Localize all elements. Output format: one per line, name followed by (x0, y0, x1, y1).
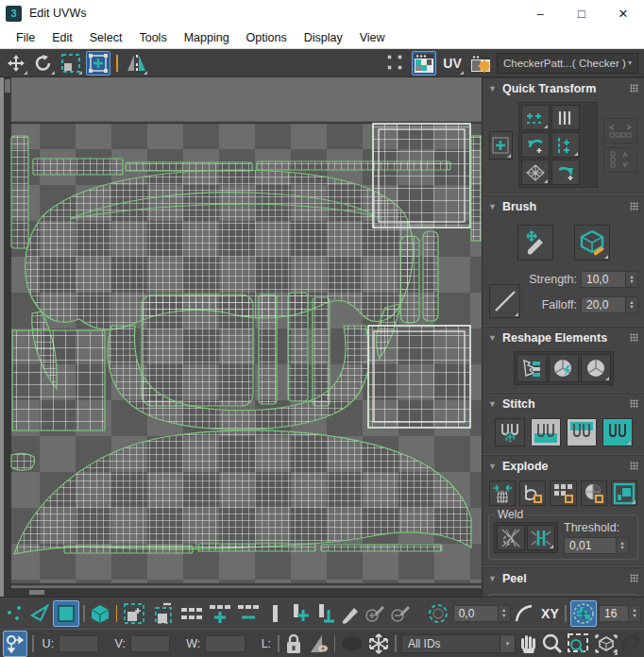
uv-channel-button[interactable]: UV (440, 51, 465, 76)
spinner-arrows[interactable]: ▲▼ (629, 605, 641, 622)
zoom-button[interactable] (541, 632, 564, 656)
strength-value[interactable]: 10,0 (581, 271, 626, 288)
uv-island[interactable] (198, 544, 315, 551)
filter-selected-faces-button[interactable] (340, 632, 364, 656)
menu-view[interactable]: View (351, 26, 394, 48)
vertical-scrollbar[interactable] (4, 77, 11, 597)
stitch-source-button[interactable] (531, 418, 561, 446)
select-element-on-button[interactable] (121, 600, 147, 627)
soft-selection-spinner[interactable]: 0,0 ▲▼ (453, 605, 511, 622)
brush-header[interactable]: ▼ Brush (483, 196, 644, 216)
break-button[interactable] (489, 480, 516, 506)
panel-grip-icon[interactable] (630, 84, 638, 93)
weld-selected-button[interactable] (527, 525, 555, 550)
absolute-mode-button[interactable] (3, 631, 27, 657)
spinner-arrows[interactable]: ▲▼ (499, 605, 511, 622)
stitch-target-button[interactable] (567, 418, 597, 446)
rotate-ccw-button[interactable] (521, 132, 550, 158)
peel-header[interactable]: ▼ Peel (483, 568, 644, 588)
show-map-button[interactable] (412, 51, 436, 76)
quick-transform-gizmo-button[interactable] (489, 131, 513, 160)
align-horizontal-button[interactable] (521, 105, 550, 130)
polygon-mode-button[interactable] (53, 600, 79, 627)
stitch-selected-button[interactable] (602, 418, 633, 446)
panel-grip-icon[interactable] (630, 462, 638, 470)
flatten-by-material-button[interactable] (581, 480, 607, 506)
minimize-button[interactable]: – (519, 0, 561, 26)
uv-island[interactable] (142, 295, 253, 406)
panel-grip-icon[interactable] (630, 574, 638, 582)
material-id-dropdown[interactable]: All IDs ▾ (401, 634, 516, 653)
grid-size-value[interactable]: 16 (599, 605, 629, 622)
close-button[interactable]: ✕ (602, 0, 644, 26)
freeze-selected-button[interactable] (367, 632, 390, 656)
element-mode-button[interactable] (89, 601, 111, 626)
space-horizontal-button[interactable] (603, 118, 637, 143)
relax-button[interactable] (581, 354, 611, 382)
vertex-mode-button[interactable] (3, 601, 25, 626)
menu-options[interactable]: Options (238, 26, 296, 48)
uv-island[interactable] (33, 159, 123, 175)
uv-island[interactable] (12, 330, 105, 430)
flatten-by-group-button[interactable] (550, 480, 576, 506)
uv-island[interactable] (288, 293, 308, 401)
soft-selection-value[interactable]: 0,0 (453, 605, 499, 622)
falloff-space-label[interactable]: XY (541, 606, 559, 621)
target-weld-button[interactable] (497, 525, 525, 550)
relax-brush-button[interactable] (574, 225, 610, 261)
shrink-paint-button[interactable] (389, 601, 412, 626)
vertical-scrollbar-thumb[interactable] (5, 79, 10, 93)
soft-selection-button[interactable] (424, 600, 450, 627)
uv-island[interactable] (64, 546, 193, 553)
grid-size-spinner[interactable]: 16 ▲▼ (599, 605, 641, 622)
rotate-cw-button[interactable] (551, 160, 580, 185)
collapse-arrow-icon[interactable]: ▼ (488, 333, 497, 343)
spinner-arrows[interactable]: ▲▼ (617, 537, 629, 554)
menu-display[interactable]: Display (296, 26, 351, 48)
u-input[interactable] (59, 635, 98, 652)
panel-grip-icon[interactable] (630, 202, 638, 211)
select-loop-button[interactable] (178, 600, 205, 627)
collapse-arrow-icon[interactable]: ▼ (488, 462, 497, 471)
uv-island[interactable] (259, 295, 277, 404)
falloff-value[interactable]: 20,0 (581, 296, 626, 313)
freeform-mode-button[interactable] (86, 51, 110, 76)
shrink-ring-button[interactable] (314, 601, 336, 626)
map-options-button[interactable] (468, 51, 493, 76)
move-brush-button[interactable] (517, 225, 553, 261)
zoom-to-gizmo-button[interactable] (621, 632, 641, 656)
mirror-button[interactable] (124, 51, 148, 76)
horizontal-scrollbar[interactable] (11, 588, 482, 597)
spinner-arrows[interactable]: ▲▼ (626, 296, 638, 313)
threshold-spinner[interactable]: 0,01 ▲▼ (564, 537, 633, 554)
maximize-button[interactable]: □ (561, 0, 602, 26)
paint-select-button[interactable] (339, 601, 362, 626)
uv-island[interactable] (423, 231, 438, 321)
falloff-curve-button[interactable] (513, 601, 535, 626)
spinner-arrows[interactable]: ▲▼ (626, 271, 638, 288)
threshold-value[interactable]: 0,01 (564, 537, 617, 554)
detach-edge-verts-button[interactable] (519, 480, 546, 506)
select-ring-button[interactable] (263, 601, 286, 626)
select-element-off-button[interactable] (150, 600, 177, 627)
menu-select[interactable]: Select (81, 26, 131, 48)
stitch-header[interactable]: ▼ Stitch (483, 394, 644, 413)
grow-paint-button[interactable] (364, 601, 386, 626)
collapse-arrow-icon[interactable]: ▼ (488, 574, 497, 583)
uv-island[interactable] (400, 236, 419, 323)
uv-canvas[interactable] (4, 77, 482, 597)
move-button[interactable] (4, 51, 28, 76)
explode-header[interactable]: ▼ Explode (483, 456, 644, 476)
tile-bitmap-button[interactable] (383, 51, 408, 76)
uv-island[interactable] (471, 136, 482, 241)
texture-selector-dropdown[interactable]: CheckerPatt...( Checker ) ▾ (497, 53, 638, 74)
uv-island[interactable] (373, 124, 470, 227)
zoom-extents-button[interactable] (594, 632, 619, 656)
flatten-custom-button[interactable] (611, 480, 637, 506)
uv-island[interactable] (11, 453, 35, 470)
reshape-header[interactable]: ▼ Reshape Elements (483, 328, 644, 347)
collapse-arrow-icon[interactable]: ▼ (488, 202, 497, 211)
strength-spinner[interactable]: 10,0 ▲▼ (581, 271, 638, 288)
falloff-spinner[interactable]: 20,0 ▲▼ (581, 296, 638, 313)
align-vertical-button[interactable] (551, 132, 580, 158)
